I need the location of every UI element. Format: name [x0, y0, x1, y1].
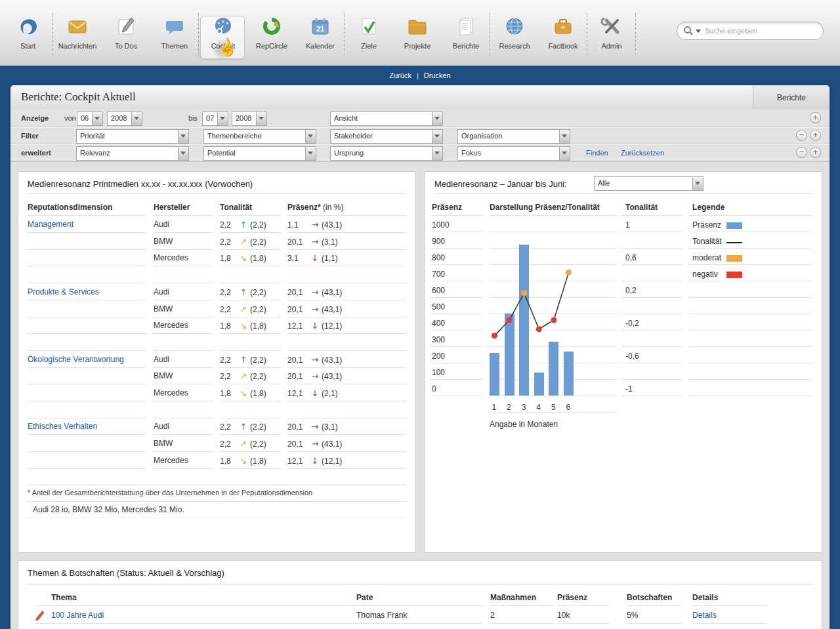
axis-underline — [430, 346, 483, 347]
toolbar-item-research[interactable]: Research — [490, 0, 539, 66]
ursprung-value: Ursprung — [334, 149, 431, 157]
select-arrow-icon — [92, 112, 102, 125]
row-underline — [688, 232, 812, 232]
print-link[interactable]: Drucken — [424, 71, 451, 79]
month-from-select[interactable]: 06 — [77, 112, 103, 126]
col-header-tonalitaet: Tonalität — [625, 203, 658, 212]
search-dropdown-caret-icon[interactable] — [696, 30, 701, 33]
praesenz-cell: 12,1↓(12,1) — [287, 456, 342, 466]
toolbar-item-label: Start — [3, 42, 53, 50]
toolbar-item-themen[interactable]: Themen — [150, 0, 199, 66]
edit-pencil-icon[interactable] — [34, 610, 45, 620]
medienresonanz-print-panel: Medienresonanz Printmedien xx.xx - xx.xx… — [18, 172, 415, 552]
search-box[interactable] — [677, 22, 824, 40]
toolbar-item-todos[interactable]: To Dos — [102, 0, 150, 66]
axis-underline — [430, 281, 483, 281]
row-underline — [627, 623, 682, 624]
row-underline — [692, 623, 767, 624]
finden-link[interactable]: Finden — [586, 149, 608, 157]
trend-right-icon: → — [308, 422, 322, 432]
trend-up-icon: ↑ — [237, 355, 250, 365]
tonalitaet-cell: 1,8↘(1,8) — [220, 456, 266, 466]
row-underline — [28, 283, 146, 283]
year-from-select[interactable]: 2008 — [107, 112, 142, 126]
alle-value: Alle — [598, 179, 692, 187]
tonalitaet-cell: 1,8↘(1,8) — [220, 321, 266, 331]
thema-link[interactable]: 100 Jahre Audi — [51, 611, 104, 620]
pen-paper-icon — [114, 14, 138, 39]
prioritaet-select[interactable]: Priorität — [76, 129, 189, 144]
toolbar-item-admin[interactable]: Admin — [587, 0, 636, 66]
ursprung-select[interactable]: Ursprung — [330, 146, 443, 161]
title-rule — [28, 193, 406, 194]
toolbar-item-repcircle[interactable]: RepCircle — [247, 0, 296, 66]
berichte-tab[interactable]: Berichte — [753, 85, 830, 110]
praesenz-cell: 20,1→(3,1) — [287, 237, 338, 247]
reputation-group-link[interactable]: Ethisches Verhalten — [28, 422, 97, 431]
tonalitaet-cell: 1,8↘(1,8) — [220, 253, 266, 263]
header-underline — [557, 605, 610, 606]
row-underline — [28, 266, 146, 266]
toolbar-item-nachrichten[interactable]: Nachrichten — [53, 0, 102, 66]
chart-gridline — [490, 412, 617, 413]
x-axis-label: 5 — [551, 403, 556, 412]
trend-right-icon: → — [308, 371, 322, 381]
month-to-value: 07 — [206, 114, 217, 122]
legend-label-praesenz: Präsenz — [692, 220, 721, 230]
toolbar-item-berichte[interactable]: Berichte — [442, 0, 490, 66]
praesenz-axis-label: 0 — [432, 384, 436, 394]
filter-row-filter: Filter Priorität Themenbereiche Stakehol… — [10, 127, 830, 144]
add-filter-row-button[interactable]: + — [810, 147, 821, 158]
select-arrow-icon — [305, 147, 316, 160]
remove-filter-row-button[interactable]: − — [796, 147, 807, 158]
praesenz-cell: 20,1→(3,1) — [287, 422, 338, 432]
reputation-group-link[interactable]: Produkte & Services — [28, 287, 99, 296]
toolbar-item-label: Ziele — [345, 42, 393, 50]
row-underline — [621, 264, 682, 265]
row-underline — [28, 468, 146, 469]
toolbar-item-factbook[interactable]: Factbook — [539, 0, 587, 66]
reputation-group-link[interactable]: Ökologische Verantwortung — [28, 355, 124, 364]
remove-filter-row-button[interactable]: − — [796, 130, 807, 141]
row-underline — [154, 434, 213, 435]
row-underline — [154, 384, 213, 384]
mail-icon — [65, 14, 90, 39]
prioritaet-value: Priorität — [80, 132, 177, 140]
details-link[interactable]: Details — [692, 611, 717, 620]
row-underline — [287, 418, 406, 418]
reputation-group-link[interactable]: Management — [28, 220, 74, 229]
themenbereiche-select[interactable]: Themenbereiche — [203, 129, 316, 144]
ansicht-select[interactable]: Ansicht — [330, 112, 443, 126]
add-filter-row-button[interactable]: + — [810, 130, 821, 141]
month-to-select[interactable]: 07 — [202, 112, 228, 126]
row-underline — [220, 333, 281, 334]
praesenz-cell: 20,1→(43,1) — [287, 439, 342, 449]
toolbar-item-kalender[interactable]: 21Kalender — [296, 0, 345, 66]
relevanz-select[interactable]: Relevanz — [76, 146, 189, 161]
fokus-select[interactable]: Fokus — [457, 146, 570, 161]
col-header-darstellung: Darstellung Präsenz/Tonalität — [490, 203, 600, 212]
toolbar-item-start[interactable]: Start — [3, 0, 53, 66]
back-link[interactable]: Zurück — [389, 71, 411, 79]
select-arrow-icon — [432, 130, 442, 143]
toolbar-item-projekte[interactable]: Projekte — [393, 0, 442, 66]
col-header-legende: Legende — [692, 203, 724, 212]
row-underline — [220, 468, 281, 469]
potential-select[interactable]: Potential — [203, 146, 316, 161]
row-underline — [154, 367, 213, 368]
alle-select[interactable]: Alle — [594, 176, 704, 191]
row-underline — [688, 379, 812, 380]
year-to-select[interactable]: 2008 — [232, 112, 267, 126]
trend-down-icon: ↓ — [308, 388, 322, 398]
praesenz-cell: 12,1↓(2,1) — [287, 388, 338, 398]
bis-label: bis — [188, 114, 198, 122]
start-icon — [16, 14, 41, 39]
zuruecksetzen-link[interactable]: Zurücksetzen — [621, 149, 664, 157]
stakeholder-select[interactable]: Stakeholder — [330, 129, 443, 144]
search-input[interactable] — [704, 23, 818, 39]
toolbar-item-ziele[interactable]: Ziele — [345, 0, 393, 66]
organisation-select[interactable]: Organisation — [457, 129, 570, 144]
axis-underline — [430, 314, 483, 314]
relevanz-value: Relevanz — [80, 149, 177, 157]
add-filter-row-button[interactable]: + — [810, 112, 821, 123]
